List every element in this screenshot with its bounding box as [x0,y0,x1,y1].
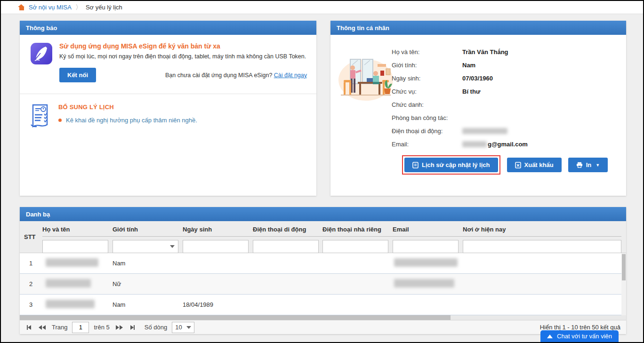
column-header-mobile[interactable]: Điện thoại di động [253,226,306,233]
chevron-up-icon [547,335,553,338]
directory-panel-title: Danh bạ [20,207,626,221]
supplement-link[interactable]: Kê khai đề nghị hưởng phụ cấp thâm niên … [66,117,197,124]
supplement-title: BỔ SUNG LÝ LỊCH [58,104,197,111]
connect-button[interactable]: Kết nối [59,68,96,82]
cell-stt: 1 [29,260,32,267]
install-now-link[interactable]: Cài đặt ngay [274,72,307,79]
notice-panel-title: Thông báo [20,21,316,35]
field-label: Chức danh: [392,101,462,108]
highlight-annotation: Lịch sử cập nhật lý lịch [402,155,500,175]
print-button[interactable]: In ▼ [568,158,608,172]
directory-panel: Danh bạ STT Họ và tên Giới tính Ngày sin… [20,207,626,334]
gender-value: Nam [462,62,475,69]
horizontal-scrollbar-thumb[interactable] [20,315,451,320]
bullet-icon [58,119,62,122]
filter-address-input[interactable] [463,240,621,253]
field-label: Phòng ban công tác: [392,114,462,121]
vertical-scrollbar-thumb[interactable] [622,254,626,280]
horizontal-scrollbar[interactable] [20,315,626,320]
rows-per-page-select[interactable]: 10 [172,322,194,333]
column-header-address[interactable]: Nơi ở hiện nay [463,226,506,233]
chat-button[interactable]: Chat với tư vấn viên [540,330,619,342]
field-label: Họ và tên: [392,48,462,56]
breadcrumb-root[interactable]: Sở nội vụ MISA [29,4,72,11]
esign-section: Sử dụng ứng dụng MISA eSign để ký văn bả… [20,35,316,94]
cell-email-redacted [394,279,454,287]
breadcrumb-separator: 〉 [75,3,82,12]
supplement-section: BỔ SUNG LÝ LỊCH Kê khai đề nghị hưởng ph… [20,94,316,136]
table-row[interactable]: 1 Nam [20,253,621,274]
home-icon[interactable] [18,4,25,10]
email-value: g@gmail.com [488,141,528,148]
supplement-item: Kê khai đề nghị hưởng phụ cấp thâm niên … [58,117,197,124]
phone-redacted-value [462,128,507,134]
chat-button-label: Chat với tư vấn viên [557,333,612,340]
cell-name-redacted [46,300,95,308]
rows-per-page-label: Số dòng [145,324,167,331]
cell-name-redacted [46,279,91,287]
cell-email-redacted [394,258,458,267]
column-header-gender[interactable]: Giới tính [113,226,138,233]
printer-icon [576,162,583,168]
field-label: Giới tính: [392,62,462,69]
breadcrumb: Sở nội vụ MISA 〉 Sơ yếu lý lịch [1,1,643,14]
esign-app-icon [30,42,53,87]
history-document-icon [412,162,419,168]
page-count-label: trên 5 [94,324,109,331]
resume-document-icon [29,104,51,129]
field-label: Điện thoại di động: [392,128,462,135]
install-prompt: Bạn chưa cài đặt ứng dụng MISA eSign? Cà… [165,72,310,79]
filter-birth-input[interactable] [183,240,249,253]
table-row[interactable]: 3 Nam 18/04/1989 [20,295,621,315]
filter-homephone-input[interactable] [322,240,388,253]
chevron-down-icon [170,245,175,248]
page-number-input[interactable] [72,322,89,333]
cell-gender: Nam [113,301,125,308]
column-header-stt: STT [24,233,36,240]
header-divider [42,236,621,237]
personal-fields: Họ và tên:Trần Văn Thắng Giới tính:Nam N… [392,45,528,151]
filter-mobile-input[interactable] [253,240,319,253]
first-page-button[interactable] [25,325,32,330]
results-summary: Hiển thị 1 - 10 trên 50 kết quả [540,324,620,331]
birthdate-value: 07/03/1960 [462,75,493,82]
next-page-button[interactable] [114,325,124,330]
cell-stt: 2 [29,280,32,287]
chevron-down-icon [186,326,191,329]
personal-panel-title: Thông tin cá nhân [330,21,626,35]
cell-stt: 3 [29,301,32,308]
field-label: Ngày sinh: [392,75,462,82]
excel-icon [515,162,521,168]
email-redacted-prefix [462,141,487,147]
column-header-email[interactable]: Email [393,226,409,233]
position-value: Bí thư [462,88,480,95]
previous-page-button[interactable] [37,325,47,330]
cell-gender: Nam [113,260,125,267]
notice-panel: Thông báo Sử dụng ứng dụng MISA eSign để… [20,21,316,196]
pagination-bar: Trang trên 5 Số dòng 10 Hiển thị 1 - 10 … [20,320,626,334]
personal-info-panel: Thông tin cá nhân [330,21,626,196]
office-illustration [337,54,394,104]
history-button[interactable]: Lịch sử cập nhật lý lịch [404,158,498,172]
table-row[interactable]: 2 Nữ [20,274,621,295]
table-header: STT Họ và tên Giới tính Ngày sinh Điện t… [20,221,626,253]
fullname-value: Trần Văn Thắng [462,48,508,56]
filter-gender-select[interactable] [113,240,178,253]
page-label: Trang [52,324,67,331]
esign-description: Ký số mọi lúc, mọi nơi ngay trên điện th… [59,53,310,60]
breadcrumb-current: Sơ yếu lý lịch [86,4,122,11]
filter-name-input[interactable] [42,240,108,253]
column-header-birth[interactable]: Ngày sinh [183,226,212,233]
cell-gender: Nữ [113,280,121,287]
last-page-button[interactable] [129,325,136,330]
export-button[interactable]: Xuất khẩu [507,158,562,172]
field-label: Chức vụ: [392,88,462,95]
column-header-homephone[interactable]: Điện thoại nhà riêng [322,226,381,233]
chevron-down-icon: ▼ [596,163,600,168]
cell-name-redacted [46,258,98,267]
field-label: Email: [392,141,462,148]
cell-birth: 18/04/1989 [183,301,213,308]
column-header-name[interactable]: Họ và tên [42,226,70,233]
filter-email-input[interactable] [393,240,459,253]
vertical-scrollbar[interactable] [621,253,626,315]
